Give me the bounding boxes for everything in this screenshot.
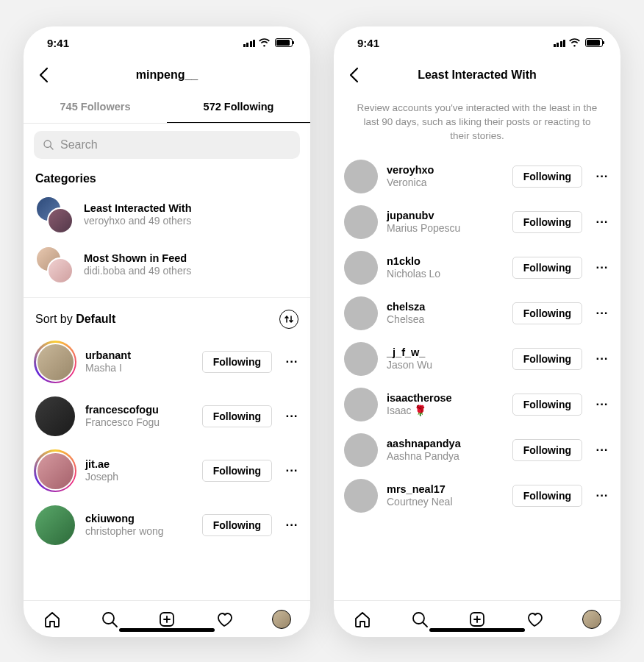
account-row[interactable]: urbanant Masha I Following ··· bbox=[24, 335, 310, 389]
username: aashnapandya bbox=[387, 438, 504, 450]
more-options-button[interactable]: ··· bbox=[591, 488, 610, 503]
sort-button[interactable] bbox=[279, 310, 298, 329]
nav-profile[interactable] bbox=[271, 609, 292, 630]
account-row[interactable]: chelsza Chelsea Following ··· bbox=[334, 291, 620, 336]
account-row[interactable]: aashnapandya Aashna Pandya Following ··· bbox=[334, 427, 620, 473]
wifi-icon bbox=[568, 38, 581, 47]
back-button[interactable] bbox=[29, 61, 57, 89]
more-options-button[interactable]: ··· bbox=[591, 260, 610, 275]
more-options-button[interactable]: ··· bbox=[591, 397, 610, 412]
following-button[interactable]: Following bbox=[512, 348, 582, 370]
more-options-button[interactable]: ··· bbox=[281, 463, 300, 478]
following-button[interactable]: Following bbox=[512, 211, 582, 233]
nav-search[interactable] bbox=[99, 609, 120, 630]
home-indicator bbox=[429, 628, 525, 632]
display-name: Francesco Fogu bbox=[85, 416, 193, 429]
tab-followers[interactable]: 745 Followers bbox=[24, 91, 167, 123]
username: jupanubv bbox=[387, 210, 504, 222]
avatar[interactable] bbox=[344, 388, 378, 421]
following-button[interactable]: Following bbox=[512, 394, 582, 416]
content-scroll[interactable]: Review accounts you've interacted with t… bbox=[334, 91, 620, 600]
account-row[interactable]: francescofogu Francesco Fogu Following ·… bbox=[24, 389, 310, 444]
accounts-list: veroyhxo Veronica Following ··· jupanubv… bbox=[334, 154, 620, 519]
avatar[interactable] bbox=[34, 395, 76, 438]
svg-line-8 bbox=[423, 622, 428, 627]
page-title: minpeng__ bbox=[24, 68, 310, 82]
category-most-shown[interactable]: Most Shown in Feed didi.boba and 49 othe… bbox=[24, 240, 310, 290]
avatar[interactable] bbox=[34, 341, 76, 383]
more-options-button[interactable]: ··· bbox=[591, 215, 610, 229]
clock: 9:41 bbox=[357, 37, 379, 49]
avatar[interactable] bbox=[34, 504, 76, 547]
following-button[interactable]: Following bbox=[512, 257, 582, 279]
avatar[interactable] bbox=[344, 479, 378, 513]
status-bar: 9:41 bbox=[24, 26, 310, 59]
avatar[interactable] bbox=[344, 296, 378, 330]
home-icon bbox=[354, 611, 371, 628]
more-options-button[interactable]: ··· bbox=[281, 409, 300, 424]
description-text: Review accounts you've interacted with t… bbox=[334, 91, 620, 154]
search-placeholder: Search bbox=[60, 138, 98, 152]
avatar[interactable] bbox=[34, 449, 76, 492]
more-options-button[interactable]: ··· bbox=[281, 355, 300, 369]
following-button[interactable]: Following bbox=[512, 485, 582, 507]
more-options-button[interactable]: ··· bbox=[591, 169, 610, 184]
following-button[interactable]: Following bbox=[512, 166, 582, 188]
following-button[interactable]: Following bbox=[512, 302, 582, 324]
nav-activity[interactable] bbox=[214, 609, 235, 630]
accounts-list: urbanant Masha I Following ··· francesco… bbox=[24, 335, 310, 552]
nav-create[interactable] bbox=[157, 609, 177, 630]
home-icon bbox=[43, 611, 61, 628]
nav-profile[interactable] bbox=[582, 609, 602, 630]
account-row[interactable]: mrs_neal17 Courtney Neal Following ··· bbox=[334, 473, 620, 519]
account-row[interactable]: isaactherose Isaac 🌹 Following ··· bbox=[334, 382, 620, 427]
account-row[interactable]: ckiuwong christopher wong Following ··· bbox=[24, 498, 310, 552]
profile-avatar-icon bbox=[272, 610, 291, 629]
account-row[interactable]: _j_f_w_ Jason Wu Following ··· bbox=[334, 336, 620, 382]
account-row[interactable]: veroyhxo Veronica Following ··· bbox=[334, 154, 620, 199]
search-input[interactable]: Search bbox=[34, 131, 300, 159]
more-options-button[interactable]: ··· bbox=[591, 443, 610, 458]
categories-list: Least Interacted With veroyhxo and 49 ot… bbox=[24, 190, 310, 290]
plus-square-icon bbox=[468, 611, 486, 628]
nav-home[interactable] bbox=[42, 609, 62, 630]
account-row[interactable]: n1cklo Nicholas Lo Following ··· bbox=[334, 245, 620, 291]
username: n1cklo bbox=[387, 255, 504, 268]
username: isaactherose bbox=[387, 392, 504, 405]
avatar[interactable] bbox=[344, 433, 378, 467]
content-scroll[interactable]: Search Categories Least Interacted With … bbox=[24, 124, 310, 600]
home-indicator bbox=[119, 628, 215, 632]
category-least-interacted[interactable]: Least Interacted With veroyhxo and 49 ot… bbox=[24, 190, 310, 240]
avatar[interactable] bbox=[344, 342, 378, 376]
clock: 9:41 bbox=[47, 37, 69, 49]
tab-following[interactable]: 572 Following bbox=[167, 91, 310, 123]
account-row[interactable]: jit.ae Joseph Following ··· bbox=[24, 444, 310, 498]
nav-create[interactable] bbox=[467, 609, 487, 630]
avatar[interactable] bbox=[344, 160, 378, 193]
display-name: Nicholas Lo bbox=[387, 268, 504, 280]
following-button[interactable]: Following bbox=[202, 405, 272, 427]
nav-home[interactable] bbox=[352, 609, 373, 630]
heart-icon bbox=[215, 611, 233, 628]
display-name: Masha I bbox=[85, 362, 193, 374]
following-button[interactable]: Following bbox=[202, 514, 272, 536]
account-row[interactable]: jupanubv Marius Popescu Following ··· bbox=[334, 199, 620, 245]
sort-row: Sort by Default bbox=[24, 304, 310, 335]
more-options-button[interactable]: ··· bbox=[591, 306, 610, 321]
back-button[interactable] bbox=[340, 61, 368, 89]
nav-search[interactable] bbox=[409, 609, 430, 630]
more-options-button[interactable]: ··· bbox=[591, 352, 610, 366]
category-avatars bbox=[35, 196, 74, 234]
nav-activity[interactable] bbox=[524, 609, 545, 630]
following-button[interactable]: Following bbox=[202, 351, 272, 373]
more-options-button[interactable]: ··· bbox=[281, 518, 300, 533]
search-icon bbox=[43, 139, 54, 151]
category-sub: didi.boba and 49 others bbox=[84, 265, 191, 278]
divider bbox=[24, 297, 310, 298]
following-button[interactable]: Following bbox=[202, 460, 272, 482]
category-title: Most Shown in Feed bbox=[84, 252, 191, 265]
following-button[interactable]: Following bbox=[512, 439, 582, 461]
avatar[interactable] bbox=[344, 251, 378, 285]
plus-square-icon bbox=[158, 611, 176, 628]
avatar[interactable] bbox=[344, 205, 378, 239]
